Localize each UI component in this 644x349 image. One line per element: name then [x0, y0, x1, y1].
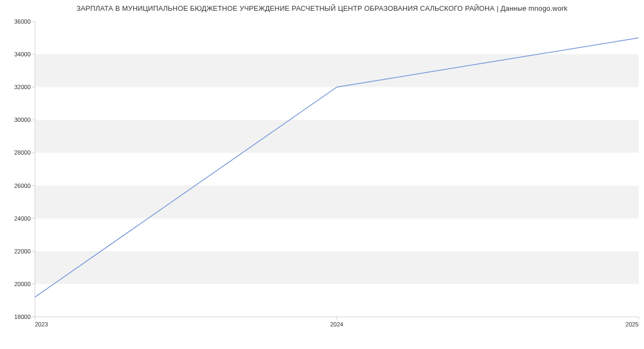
y-tick-label: 28000 [14, 149, 31, 156]
chart-svg: 1800020000220002400026000280003000032000… [0, 0, 644, 349]
y-tick-label: 22000 [14, 248, 31, 255]
y-tick-label: 24000 [14, 215, 31, 222]
y-tick-label: 20000 [14, 281, 31, 287]
chart-container: ЗАРПЛАТА В МУНИЦИПАЛЬНОЕ БЮДЖЕТНОЕ УЧРЕЖ… [0, 0, 644, 349]
y-tick-label: 32000 [14, 84, 31, 90]
x-tick-label: 2025 [626, 321, 639, 328]
x-tick-label: 2024 [330, 321, 343, 328]
grid-band [35, 251, 639, 284]
y-tick-label: 18000 [14, 314, 31, 320]
y-tick-label: 26000 [14, 183, 31, 189]
y-tick-label: 30000 [14, 117, 31, 123]
grid-band [35, 120, 639, 152]
y-tick-label: 34000 [14, 51, 31, 57]
x-tick-label: 2023 [35, 321, 48, 328]
grid-band [35, 186, 639, 219]
y-tick-label: 36000 [14, 18, 31, 25]
grid-band [35, 54, 639, 87]
